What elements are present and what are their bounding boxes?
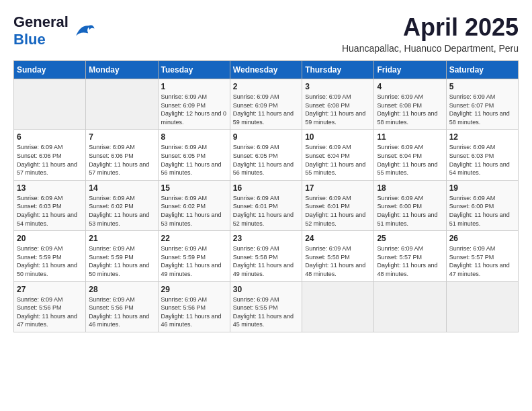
- day-info: Sunrise: 6:09 AMSunset: 6:05 PMDaylight:…: [161, 143, 227, 177]
- calendar-cell: 10Sunrise: 6:09 AMSunset: 6:04 PMDayligh…: [302, 130, 374, 180]
- day-info: Sunrise: 6:09 AMSunset: 5:59 PMDaylight:…: [17, 244, 83, 278]
- calendar-day-header: Thursday: [302, 61, 374, 79]
- day-info: Sunrise: 6:09 AMSunset: 5:56 PMDaylight:…: [161, 295, 227, 329]
- day-number: 4: [377, 82, 443, 91]
- calendar-cell: 28Sunrise: 6:09 AMSunset: 5:56 PMDayligh…: [86, 281, 158, 332]
- day-number: 28: [89, 285, 154, 294]
- page-header: General Blue April 2025 Huancapallac, Hu…: [13, 13, 519, 54]
- calendar-week-row: 1Sunrise: 6:09 AMSunset: 6:09 PMDaylight…: [14, 79, 519, 130]
- day-info: Sunrise: 6:09 AMSunset: 5:59 PMDaylight:…: [89, 244, 154, 278]
- day-number: 14: [89, 183, 154, 193]
- day-info: Sunrise: 6:09 AMSunset: 6:04 PMDaylight:…: [305, 143, 371, 177]
- day-number: 9: [233, 132, 299, 142]
- calendar-cell: [374, 281, 446, 332]
- calendar-cell: [14, 79, 86, 130]
- calendar-week-row: 6Sunrise: 6:09 AMSunset: 6:06 PMDaylight…: [14, 130, 519, 180]
- day-info: Sunrise: 6:09 AMSunset: 5:58 PMDaylight:…: [233, 244, 299, 278]
- day-number: 30: [233, 285, 299, 294]
- day-info: Sunrise: 6:09 AMSunset: 6:08 PMDaylight:…: [377, 93, 443, 126]
- calendar-cell: 4Sunrise: 6:09 AMSunset: 6:08 PMDaylight…: [374, 79, 446, 130]
- day-info: Sunrise: 6:09 AMSunset: 6:04 PMDaylight:…: [377, 143, 443, 177]
- day-info: Sunrise: 6:09 AMSunset: 5:55 PMDaylight:…: [233, 295, 299, 329]
- calendar-week-row: 20Sunrise: 6:09 AMSunset: 5:59 PMDayligh…: [14, 231, 519, 281]
- title-section: April 2025 Huancapallac, Huanuco Departm…: [342, 13, 519, 54]
- calendar-day-header: Wednesday: [230, 61, 302, 79]
- day-info: Sunrise: 6:09 AMSunset: 6:06 PMDaylight:…: [17, 143, 83, 177]
- logo-text: General Blue: [13, 13, 69, 48]
- calendar-cell: 12Sunrise: 6:09 AMSunset: 6:03 PMDayligh…: [446, 130, 518, 180]
- calendar-cell: 23Sunrise: 6:09 AMSunset: 5:58 PMDayligh…: [230, 231, 302, 281]
- calendar-cell: 17Sunrise: 6:09 AMSunset: 6:01 PMDayligh…: [302, 180, 374, 230]
- day-info: Sunrise: 6:09 AMSunset: 5:57 PMDaylight:…: [377, 244, 443, 278]
- day-number: 17: [305, 183, 371, 193]
- day-number: 3: [305, 82, 371, 91]
- day-number: 16: [233, 183, 299, 193]
- calendar-cell: 3Sunrise: 6:09 AMSunset: 6:08 PMDaylight…: [302, 79, 374, 130]
- day-info: Sunrise: 6:09 AMSunset: 6:05 PMDaylight:…: [233, 143, 299, 177]
- day-number: 19: [449, 183, 515, 193]
- day-info: Sunrise: 6:09 AMSunset: 6:00 PMDaylight:…: [449, 194, 515, 228]
- calendar-cell: 13Sunrise: 6:09 AMSunset: 6:03 PMDayligh…: [14, 180, 86, 230]
- calendar-cell: 1Sunrise: 6:09 AMSunset: 6:09 PMDaylight…: [158, 79, 230, 130]
- location: Huancapallac, Huanuco Department, Peru: [342, 43, 519, 54]
- calendar-week-row: 27Sunrise: 6:09 AMSunset: 5:56 PMDayligh…: [14, 281, 519, 332]
- day-info: Sunrise: 6:09 AMSunset: 5:56 PMDaylight:…: [89, 295, 154, 329]
- day-info: Sunrise: 6:09 AMSunset: 6:03 PMDaylight:…: [449, 143, 515, 177]
- day-number: 13: [17, 183, 83, 193]
- day-info: Sunrise: 6:09 AMSunset: 6:09 PMDaylight:…: [233, 93, 299, 126]
- calendar-week-row: 13Sunrise: 6:09 AMSunset: 6:03 PMDayligh…: [14, 180, 519, 230]
- calendar-cell: 8Sunrise: 6:09 AMSunset: 6:05 PMDaylight…: [158, 130, 230, 180]
- day-info: Sunrise: 6:09 AMSunset: 6:00 PMDaylight:…: [377, 194, 443, 228]
- calendar-header-row: SundayMondayTuesdayWednesdayThursdayFrid…: [14, 61, 519, 79]
- day-info: Sunrise: 6:09 AMSunset: 6:03 PMDaylight:…: [17, 194, 83, 228]
- day-number: 5: [449, 82, 515, 91]
- day-number: 21: [89, 234, 154, 243]
- calendar-cell: 19Sunrise: 6:09 AMSunset: 6:00 PMDayligh…: [446, 180, 518, 230]
- calendar-day-header: Friday: [374, 61, 446, 79]
- day-info: Sunrise: 6:09 AMSunset: 5:58 PMDaylight:…: [305, 244, 371, 278]
- calendar-cell: 7Sunrise: 6:09 AMSunset: 6:06 PMDaylight…: [86, 130, 158, 180]
- logo-icon: [71, 19, 95, 43]
- calendar-day-header: Tuesday: [158, 61, 230, 79]
- day-number: 18: [377, 183, 443, 193]
- calendar-cell: [302, 281, 374, 332]
- day-info: Sunrise: 6:09 AMSunset: 6:01 PMDaylight:…: [233, 194, 299, 228]
- calendar-cell: 20Sunrise: 6:09 AMSunset: 5:59 PMDayligh…: [14, 231, 86, 281]
- calendar-cell: 15Sunrise: 6:09 AMSunset: 6:02 PMDayligh…: [158, 180, 230, 230]
- calendar-cell: 11Sunrise: 6:09 AMSunset: 6:04 PMDayligh…: [374, 130, 446, 180]
- calendar-cell: 27Sunrise: 6:09 AMSunset: 5:56 PMDayligh…: [14, 281, 86, 332]
- calendar-cell: 24Sunrise: 6:09 AMSunset: 5:58 PMDayligh…: [302, 231, 374, 281]
- calendar-cell: 2Sunrise: 6:09 AMSunset: 6:09 PMDaylight…: [230, 79, 302, 130]
- calendar-cell: 6Sunrise: 6:09 AMSunset: 6:06 PMDaylight…: [14, 130, 86, 180]
- day-number: 10: [305, 132, 371, 142]
- calendar-cell: 30Sunrise: 6:09 AMSunset: 5:55 PMDayligh…: [230, 281, 302, 332]
- day-number: 12: [449, 132, 515, 142]
- day-number: 8: [161, 132, 227, 142]
- calendar-cell: 29Sunrise: 6:09 AMSunset: 5:56 PMDayligh…: [158, 281, 230, 332]
- calendar-cell: 5Sunrise: 6:09 AMSunset: 6:07 PMDaylight…: [446, 79, 518, 130]
- logo-blue: Blue: [13, 31, 46, 48]
- day-number: 2: [233, 82, 299, 91]
- calendar-cell: 16Sunrise: 6:09 AMSunset: 6:01 PMDayligh…: [230, 180, 302, 230]
- logo: General Blue: [13, 13, 95, 48]
- calendar-cell: [446, 281, 518, 332]
- day-info: Sunrise: 6:09 AMSunset: 6:07 PMDaylight:…: [449, 93, 515, 126]
- day-number: 15: [161, 183, 227, 193]
- day-info: Sunrise: 6:09 AMSunset: 6:02 PMDaylight:…: [161, 194, 227, 228]
- calendar-cell: 26Sunrise: 6:09 AMSunset: 5:57 PMDayligh…: [446, 231, 518, 281]
- calendar-cell: 22Sunrise: 6:09 AMSunset: 5:59 PMDayligh…: [158, 231, 230, 281]
- calendar-day-header: Sunday: [14, 61, 86, 79]
- calendar-cell: 18Sunrise: 6:09 AMSunset: 6:00 PMDayligh…: [374, 180, 446, 230]
- calendar-cell: 25Sunrise: 6:09 AMSunset: 5:57 PMDayligh…: [374, 231, 446, 281]
- day-number: 20: [17, 234, 83, 243]
- day-info: Sunrise: 6:09 AMSunset: 6:02 PMDaylight:…: [89, 194, 154, 228]
- day-number: 25: [377, 234, 443, 243]
- day-number: 29: [161, 285, 227, 294]
- day-number: 7: [89, 132, 154, 142]
- day-number: 27: [17, 285, 83, 294]
- day-info: Sunrise: 6:09 AMSunset: 6:06 PMDaylight:…: [89, 143, 154, 177]
- month-title: April 2025: [342, 13, 519, 42]
- day-info: Sunrise: 6:09 AMSunset: 5:56 PMDaylight:…: [17, 295, 83, 329]
- day-info: Sunrise: 6:09 AMSunset: 6:09 PMDaylight:…: [161, 93, 227, 126]
- logo-general: General: [13, 13, 69, 30]
